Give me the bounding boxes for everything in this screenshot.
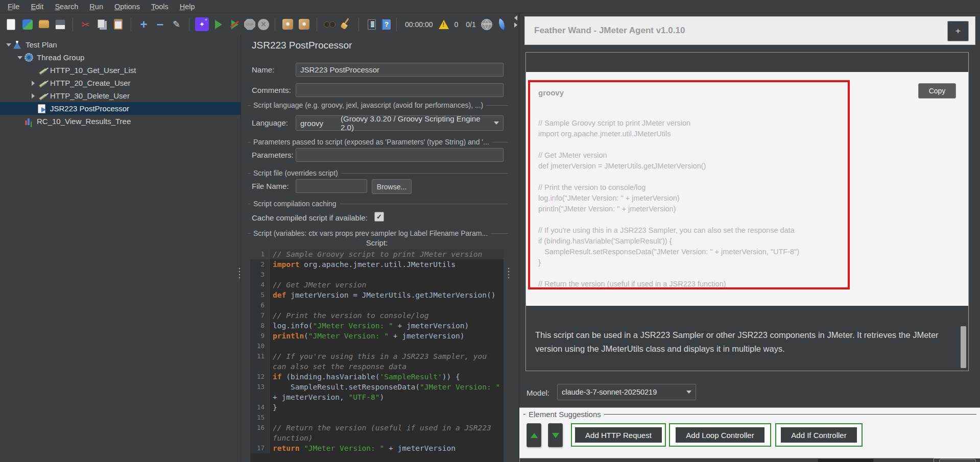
add-if-controller-button[interactable]: Add If Controller xyxy=(781,427,856,443)
cache-label: Cache compiled script if available: xyxy=(252,213,368,222)
line-number: 6 xyxy=(250,300,270,310)
new-icon[interactable] xyxy=(4,17,18,31)
warning-icon[interactable] xyxy=(438,19,449,30)
menu-help[interactable]: Help xyxy=(174,0,201,13)
parameters-input[interactable] xyxy=(296,148,504,162)
suggestion-wrapper: Add Loop Controller xyxy=(669,423,771,447)
model-select[interactable]: claude-3-7-sonnet-20250219 xyxy=(557,384,696,400)
toolbar: 00:00:0000/1 xyxy=(0,14,515,35)
chevron-right-icon[interactable] xyxy=(29,81,38,86)
menu-edit[interactable]: Edit xyxy=(25,0,49,13)
line-code: // If you're using this in a JSR223 Samp… xyxy=(270,351,504,372)
chevron-down-icon[interactable] xyxy=(15,56,25,59)
menu-options[interactable]: Options xyxy=(109,0,146,13)
test-plan-icon xyxy=(13,40,26,50)
line-number: 3 xyxy=(250,270,270,280)
line-number: 8 xyxy=(250,321,270,331)
parameters-label: Parameters: xyxy=(252,151,294,159)
add-icon[interactable] xyxy=(137,17,151,31)
editor-line: 12if (binding.hasVariable('SampleResult'… xyxy=(250,372,504,382)
templates-icon[interactable] xyxy=(20,17,34,31)
chevron-right-icon[interactable] xyxy=(29,93,38,99)
cache-checkbox[interactable]: ✓ xyxy=(374,212,384,222)
remote-stop-all-icon[interactable] xyxy=(297,17,311,31)
script-code-editor[interactable]: 1// Sample Groovy script to print JMeter… xyxy=(250,249,504,462)
tree-item-http-20-create-user[interactable]: HTTP_20_Create_User xyxy=(0,77,241,89)
shutdown-icon[interactable] xyxy=(258,19,269,30)
editor-line: 9println("JMeter Version: " + jmeterVers… xyxy=(250,331,504,341)
add-loop-controller-button[interactable]: Add Loop Controller xyxy=(676,427,764,443)
stop-icon[interactable] xyxy=(244,19,255,30)
line-code xyxy=(270,300,504,310)
menu-search[interactable]: Search xyxy=(49,0,84,13)
comments-input[interactable] xyxy=(296,83,504,97)
add-http-request-button[interactable]: Add HTTP Request xyxy=(575,427,662,443)
language-select[interactable]: groovy (Groovy 3.0.20 / Groovy Scripting… xyxy=(296,115,504,131)
chat-code-line xyxy=(538,107,840,118)
scroll-suggestions-up-button[interactable] xyxy=(527,423,541,447)
toolbar-separator xyxy=(317,18,317,31)
tree-item-label: RC_10_View_Results_Tree xyxy=(37,117,131,126)
agent-panel-divider[interactable] xyxy=(513,13,519,462)
tree-item-rc-10-view-results-tree[interactable]: RC_10_View_Results_Tree xyxy=(0,115,241,128)
chevron-down-icon[interactable] xyxy=(4,43,13,46)
collapse-left-icon[interactable] xyxy=(514,15,517,20)
tree-item-http-30-delete-user[interactable]: HTTP_30_Delete_User xyxy=(0,89,241,102)
assistant-summary-text: This script can be used in a JSR223 Samp… xyxy=(535,328,959,356)
chat-code-line: log.info("JMeter Version: " + jmeterVers… xyxy=(538,193,840,204)
remote-globe-icon[interactable] xyxy=(481,19,492,30)
tree-item-label: HTTP_30_Delete_User xyxy=(50,91,130,100)
chat-scrollbar-thumb[interactable] xyxy=(961,326,966,368)
tree-item-jsr223-postprocessor[interactable]: JSR223 PostProcessor xyxy=(0,102,241,115)
line-number: 14 xyxy=(250,402,270,412)
menu-tools[interactable]: Tools xyxy=(146,0,174,13)
feather-wand-icon[interactable] xyxy=(495,17,509,31)
open-icon[interactable] xyxy=(37,17,51,31)
menu-file[interactable]: File xyxy=(2,0,25,13)
line-code: // Get JMeter version xyxy=(270,280,504,290)
chat-message: groovy // Sample Groovy script to print … xyxy=(526,72,968,306)
ai-assistant-icon[interactable] xyxy=(195,17,209,31)
expand-right-icon[interactable] xyxy=(514,22,517,28)
copy-button[interactable]: Copy xyxy=(918,83,956,99)
start-icon[interactable] xyxy=(211,17,225,31)
toolbar-separator xyxy=(131,18,131,31)
tree-item-thread-group[interactable]: Thread Group xyxy=(0,51,241,64)
scroll-suggestions-down-button[interactable] xyxy=(548,423,563,447)
name-input[interactable] xyxy=(296,63,504,77)
agent-divider-grip[interactable] xyxy=(508,267,510,280)
line-number: 11 xyxy=(250,351,270,372)
name-label: Name: xyxy=(252,65,274,74)
edit-icon[interactable] xyxy=(170,17,183,31)
paste-icon[interactable] xyxy=(111,17,125,31)
save-icon[interactable] xyxy=(53,17,67,31)
remove-icon[interactable] xyxy=(153,17,167,31)
chat-code-line: println("JMeter Version: " + jmeterVersi… xyxy=(538,204,840,214)
send-button[interactable] xyxy=(939,459,976,462)
remote-start-all-icon[interactable] xyxy=(281,17,295,31)
browse-button[interactable]: Browse... xyxy=(372,179,412,194)
copy-icon[interactable] xyxy=(95,17,109,31)
cut-icon[interactable] xyxy=(79,17,92,31)
file-name-input[interactable] xyxy=(296,179,367,193)
toolbar-separator xyxy=(358,18,359,31)
tree-item-http-10-get-user-list[interactable]: HTTP_10_Get_User_List xyxy=(0,64,241,77)
tree-item-label: JSR223 PostProcessor xyxy=(50,104,129,113)
chat-code-line: if (binding.hasVariable('SampleResult'))… xyxy=(538,236,840,247)
tree-item-test-plan[interactable]: Test Plan xyxy=(0,38,241,51)
chevron-down-icon xyxy=(494,121,499,125)
tree-divider-grip[interactable] xyxy=(238,267,241,280)
search-cleanup-icon[interactable] xyxy=(339,17,353,31)
log-viewer-icon[interactable] xyxy=(365,17,378,31)
line-code: import org.apache.jmeter.util.JMeterUtil… xyxy=(270,259,504,270)
editor-line: 4// Get JMeter version xyxy=(250,280,504,290)
language-label: Language: xyxy=(252,118,288,127)
menu-run[interactable]: Run xyxy=(84,0,109,13)
help-icon[interactable] xyxy=(381,19,391,30)
line-number: 1 xyxy=(250,249,270,259)
start-no-timers-icon[interactable] xyxy=(228,17,242,31)
toolbar-separator xyxy=(396,18,397,31)
new-chat-button[interactable]: + xyxy=(947,21,969,41)
search-icon[interactable] xyxy=(323,17,337,31)
sampler-icon xyxy=(38,79,50,88)
